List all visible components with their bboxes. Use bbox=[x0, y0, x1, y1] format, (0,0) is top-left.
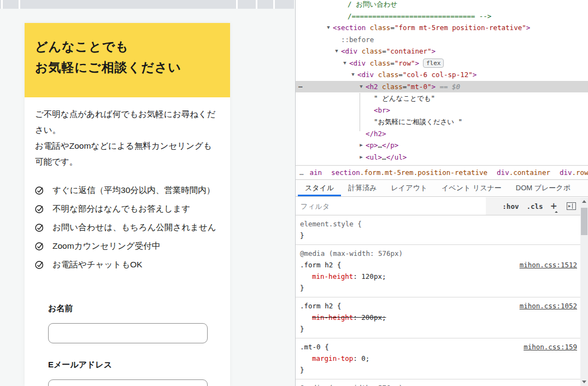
panel-bar-icon bbox=[572, 203, 573, 209]
style-filter-input[interactable] bbox=[296, 197, 486, 215]
dom-tree-row[interactable]: ▼<div class="container"> bbox=[296, 45, 588, 57]
toggle-classes-button[interactable]: .cls bbox=[526, 202, 543, 210]
strip-divider bbox=[273, 0, 275, 9]
stylesheet-link[interactable]: mihon.css:159 bbox=[524, 341, 577, 353]
new-style-rule-button[interactable]: + bbox=[551, 200, 559, 212]
dom-tree-row[interactable]: ▶<p>…</p> bbox=[296, 139, 588, 151]
code-token: </p> bbox=[382, 141, 398, 149]
dom-tree-row[interactable]: ▶<ul>…</ul> bbox=[296, 151, 588, 163]
check-circle-icon bbox=[35, 223, 44, 232]
scroll-down-arrow-icon[interactable] bbox=[582, 381, 586, 383]
code-token: <div bbox=[357, 71, 378, 79]
check-circle-icon bbox=[35, 204, 44, 214]
dom-tree-row[interactable]: ::before bbox=[296, 34, 588, 46]
elements-panel: / お問い合わせ/============================== … bbox=[296, 0, 588, 165]
css-rule: .form h2 {mihon.css:1052min-height: 200p… bbox=[296, 297, 580, 338]
tab-sidebar[interactable]: DOM ブレークポ bbox=[509, 180, 578, 196]
benefits-checklist: すぐに返信（平均30分以内、営業時間内）不明な部分はなんでもお答えしますお問い合… bbox=[35, 185, 220, 271]
code-token: "お気軽にご相談ください " bbox=[374, 118, 462, 126]
name-input[interactable] bbox=[48, 323, 208, 343]
check-circle-icon bbox=[35, 242, 44, 251]
collapse-arrow-icon[interactable]: ▼ bbox=[357, 81, 365, 93]
tab-styles-active[interactable]: スタイル bbox=[298, 180, 341, 196]
css-selector[interactable]: .form h2 { bbox=[300, 259, 341, 271]
dom-tree-row[interactable]: ▼<div class="col-6 col-sp-12"> bbox=[296, 69, 588, 81]
breadcrumb-item[interactable]: div.row bbox=[560, 168, 588, 177]
webpage-pane: どんなことでもお気軽にご相談ください ご不明な点があれば何でもお気軽にお尋ねくだ… bbox=[0, 0, 295, 386]
css-rule: .mt-0 {mihon.css:159margin-top: 0;} bbox=[296, 338, 580, 379]
checklist-item-label: 不明な部分はなんでもお答えします bbox=[52, 203, 190, 215]
checklist-item: Zoomカウンセリング受付中 bbox=[35, 241, 220, 252]
code-token: == $0 bbox=[436, 83, 460, 91]
breadcrumb: …ainsection.form.mt-5rem.position-retati… bbox=[296, 165, 588, 179]
contact-card: どんなことでもお気軽にご相談ください ご不明な点があれば何でもお気軽にお尋ねくだ… bbox=[25, 23, 230, 386]
devtools-pane: / お問い合わせ/============================== … bbox=[295, 0, 588, 386]
row-menu-icon[interactable]: … bbox=[298, 79, 303, 91]
toggle-hover-state-button[interactable]: :hov bbox=[502, 202, 519, 210]
toggle-sidebar-panel-button[interactable]: ▶ bbox=[567, 202, 576, 210]
css-rule: @media (max-width: 576px)h2 {mihon.css:1… bbox=[296, 379, 580, 386]
code-token: class bbox=[370, 24, 391, 32]
styles-toolbar: :hov .cls + ▶ bbox=[502, 197, 576, 215]
strip-divider bbox=[256, 0, 257, 9]
checklist-item-label: お問い合わせは、もちろん公開されません bbox=[52, 222, 216, 233]
breadcrumb-item[interactable]: section.form.mt-5rem.position-retative bbox=[331, 168, 487, 177]
scrollbar-thumb[interactable] bbox=[581, 208, 587, 235]
email-input[interactable] bbox=[48, 379, 208, 386]
code-token: "form mt-5rem position-retative" bbox=[395, 24, 526, 32]
dom-tree-row[interactable]: …▼<h2 class="mt-0"> == $0 bbox=[296, 81, 588, 93]
breadcrumb-item[interactable]: ain bbox=[310, 168, 322, 177]
code-token: </h2> bbox=[366, 130, 386, 138]
css-declaration[interactable]: min-height: 200px; bbox=[300, 312, 577, 323]
scroll-up-arrow-icon[interactable] bbox=[582, 200, 586, 203]
breadcrumb-overflow-button[interactable]: … bbox=[299, 168, 304, 177]
check-circle-icon bbox=[35, 186, 44, 195]
stylesheet-link[interactable]: mihon.css:1512 bbox=[520, 259, 577, 271]
css-rule: @media (max-width: 576px).form h2 {mihon… bbox=[296, 245, 580, 297]
css-rule-close: } bbox=[300, 364, 577, 376]
dom-tree-row[interactable]: / お問い合わせ bbox=[296, 0, 588, 10]
css-selector[interactable]: .form h2 { bbox=[300, 300, 341, 312]
code-token: <br> bbox=[374, 106, 390, 114]
tab-sidebar[interactable]: レイアウト bbox=[384, 180, 435, 196]
styles-panel: element.style {}@media (max-width: 576px… bbox=[296, 215, 580, 386]
dom-tree-row[interactable]: </h2> bbox=[296, 128, 588, 140]
contact-card-body: ご不明な点があれば何でもお気軽にお尋ねください。 お電話やZoomなどによる無料… bbox=[25, 97, 230, 386]
collapse-arrow-icon[interactable]: ▼ bbox=[325, 22, 332, 34]
media-query: @media (max-width: 576px) bbox=[300, 248, 577, 259]
css-selector[interactable]: .mt-0 { bbox=[300, 341, 329, 353]
code-token: /============================== --> bbox=[348, 12, 491, 20]
expand-arrow-icon[interactable]: ▶ bbox=[357, 151, 365, 163]
flex-badge[interactable]: flex bbox=[423, 59, 444, 68]
code-token: class bbox=[378, 71, 399, 79]
css-declaration[interactable]: min-height: 120px; bbox=[300, 271, 577, 282]
dom-tree-row[interactable]: " どんなことでも" bbox=[296, 92, 588, 104]
code-token: "container" bbox=[386, 47, 432, 55]
code-token: class bbox=[382, 83, 403, 91]
css-declaration[interactable]: margin-top: 0; bbox=[300, 353, 577, 364]
code-token: = bbox=[398, 71, 403, 79]
code-token: <h2 bbox=[366, 83, 382, 91]
dom-tree-row[interactable]: ▼<div class="row">flex bbox=[296, 57, 588, 69]
code-token: > bbox=[526, 24, 531, 32]
checklist-item: お問い合わせは、もちろん公開されません bbox=[35, 222, 220, 233]
collapse-arrow-icon[interactable]: ▼ bbox=[341, 57, 349, 69]
dom-tree-row[interactable]: <br> bbox=[296, 104, 588, 116]
dom-tree-row[interactable]: /============================== --> bbox=[296, 10, 588, 22]
code-token: > bbox=[431, 83, 436, 91]
breadcrumb-item[interactable]: div.container bbox=[497, 168, 550, 177]
code-token: > bbox=[432, 47, 436, 55]
stylesheet-link[interactable]: mihon.css:1052 bbox=[520, 300, 577, 312]
collapse-arrow-icon[interactable]: ▼ bbox=[349, 69, 357, 81]
media-query: @media (max-width: 576px) bbox=[300, 382, 577, 386]
dom-tree-row[interactable]: "お気軽にご相談ください " bbox=[296, 116, 588, 128]
code-token: = bbox=[390, 24, 395, 32]
css-selector[interactable]: element.style { bbox=[300, 218, 362, 230]
expand-arrow-icon[interactable]: ▶ bbox=[357, 139, 365, 151]
styles-scrollbar[interactable] bbox=[580, 197, 588, 386]
collapse-arrow-icon[interactable]: ▼ bbox=[333, 45, 340, 57]
styles-filter-bar: :hov .cls + ▶ bbox=[296, 197, 588, 215]
tab-sidebar[interactable]: イベント リスナー bbox=[434, 180, 509, 196]
tab-sidebar[interactable]: 計算済み bbox=[341, 180, 384, 196]
dom-tree-row[interactable]: ▼<section class="form mt-5rem position-r… bbox=[296, 22, 588, 34]
